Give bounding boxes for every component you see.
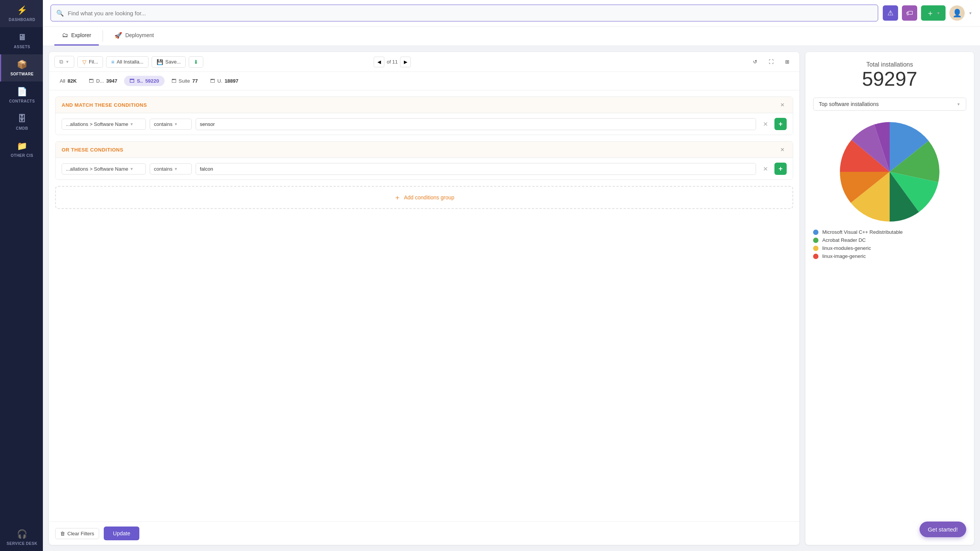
legend-dot-1 xyxy=(813,238,818,243)
and-condition-row-0: ...allations > Software Name ▼ contains … xyxy=(56,113,793,135)
layers-button[interactable]: ≡ All Installa... xyxy=(106,56,148,68)
or-value-input[interactable] xyxy=(196,163,756,175)
and-operator-chevron: ▼ xyxy=(174,122,178,126)
sidebar: ⚡ DASHBOARD 🖥 ASSETS 📦 SOFTWARE 📄 CONTRA… xyxy=(0,0,43,551)
tab-explorer[interactable]: 🗂 Explorer xyxy=(54,26,99,46)
dashboard-icon: ⚡ xyxy=(17,5,28,15)
tab-deployment[interactable]: 🚀 Deployment xyxy=(107,26,162,46)
or-field-select[interactable]: ...allations > Software Name ▼ xyxy=(62,163,146,174)
legend-dot-2 xyxy=(813,246,818,251)
and-add-button[interactable]: + xyxy=(774,118,787,130)
or-group-header: OR THESE CONDITIONS ✕ xyxy=(56,142,793,158)
sidebar-label-dashboard: DASHBOARD xyxy=(9,18,36,22)
legend-label-0: Microsoft Visual C++ Redistributable xyxy=(822,229,903,235)
legend-item-0: Microsoft Visual C++ Redistributable xyxy=(813,229,966,235)
right-panel: Total installations 59297 Top software i… xyxy=(805,52,974,545)
bottom-actions: 🗑 Clear Filters Update xyxy=(49,522,799,545)
sidebar-item-assets[interactable]: 🖥 ASSETS xyxy=(0,27,43,54)
sidebar-item-service-desk[interactable]: 🎧 SERVICE DESK xyxy=(0,524,43,551)
legend-item-3: linux-image-generic xyxy=(813,253,966,259)
sidebar-label-software: SOFTWARE xyxy=(10,72,34,76)
refresh-button[interactable]: ↺ xyxy=(748,57,762,67)
filter-icon: ▽ xyxy=(82,59,87,65)
avatar[interactable]: 👤 xyxy=(949,5,965,21)
sidebar-label-contracts: CONTRACTS xyxy=(9,99,35,103)
filter-tab-u[interactable]: 🗔 U. 18897 xyxy=(205,76,244,86)
next-page-button[interactable]: ▶ xyxy=(400,57,411,67)
search-container[interactable]: 🔍 xyxy=(51,5,878,21)
chart-dropdown[interactable]: Top software installations ▼ xyxy=(813,98,966,111)
clear-label: Clear Filters xyxy=(67,531,94,536)
or-add-button[interactable]: + xyxy=(774,163,787,175)
or-operator-select[interactable]: contains ▼ xyxy=(150,163,192,174)
download-button[interactable]: ⬇ xyxy=(189,56,203,68)
search-input[interactable] xyxy=(68,10,872,16)
save-button[interactable]: 💾 Save... xyxy=(152,56,186,68)
sidebar-item-contracts[interactable]: 📄 CONTRACTS xyxy=(0,82,43,109)
tab-deployment-label: Deployment xyxy=(125,32,154,38)
add-button[interactable]: ＋ ▼ xyxy=(921,5,946,21)
add-conditions-group-button[interactable]: ＋ Add conditions group xyxy=(55,186,793,209)
tag-button[interactable]: 🏷 xyxy=(902,5,917,21)
left-panel: ⧉ ▼ ▽ Fil... ≡ All Installa... 💾 Save...… xyxy=(49,52,799,545)
software-icon: 📦 xyxy=(17,60,28,70)
alert-button[interactable]: ⚠ xyxy=(883,5,898,21)
filter-tab-s[interactable]: 🗔 S.. 59220 xyxy=(124,76,164,86)
add-group-icon: ＋ xyxy=(394,193,401,202)
download-icon: ⬇ xyxy=(194,59,198,65)
chart-dropdown-chevron: ▼ xyxy=(957,102,960,106)
and-operator-select[interactable]: contains ▼ xyxy=(150,119,192,130)
sidebar-item-other-cis[interactable]: 📁 OTHER CIs xyxy=(0,136,43,163)
and-group-header: AND MATCH THESE CONDITIONS ✕ xyxy=(56,97,793,113)
filter-tab-suite[interactable]: 🗔 Suite 77 xyxy=(166,76,203,86)
filter-tab-u-count: 18897 xyxy=(225,78,238,84)
conditions-area: AND MATCH THESE CONDITIONS ✕ ...allation… xyxy=(49,90,799,522)
or-remove-button[interactable]: ✕ xyxy=(760,163,771,174)
and-condition-group: AND MATCH THESE CONDITIONS ✕ ...allation… xyxy=(55,96,793,135)
and-value-input[interactable] xyxy=(196,118,756,130)
filter-tab-all-count: 82K xyxy=(67,78,77,84)
or-field-chevron: ▼ xyxy=(130,167,134,171)
legend-dot-3 xyxy=(813,254,818,259)
plus-icon: ＋ xyxy=(926,8,934,18)
update-button[interactable]: Update xyxy=(104,527,139,540)
sidebar-item-dashboard[interactable]: ⚡ DASHBOARD xyxy=(0,0,43,27)
tab-explorer-label: Explorer xyxy=(71,32,91,38)
clear-filters-button[interactable]: 🗑 Clear Filters xyxy=(55,528,99,539)
filter-tab-d-icon: 🗔 xyxy=(89,78,94,84)
copy-button[interactable]: ⧉ ▼ xyxy=(54,56,74,68)
and-group-close-button[interactable]: ✕ xyxy=(778,101,787,109)
legend-label-3: linux-image-generic xyxy=(822,253,866,259)
filter-tab-s-count: 59220 xyxy=(145,78,159,84)
or-group-close-button[interactable]: ✕ xyxy=(778,145,787,154)
or-operator-chevron: ▼ xyxy=(174,167,178,171)
deployment-tab-icon: 🚀 xyxy=(114,32,122,39)
sidebar-item-software[interactable]: 📦 SOFTWARE xyxy=(0,54,43,82)
and-remove-button[interactable]: ✕ xyxy=(760,119,771,129)
filter-tab-all[interactable]: All 82K xyxy=(54,76,82,86)
filter-tab-all-label: All xyxy=(60,78,65,84)
filter-button[interactable]: ▽ Fil... xyxy=(77,56,103,68)
fullscreen-button[interactable]: ⛶ xyxy=(764,57,778,67)
chart-area: Microsoft Visual C++ Redistributable Acr… xyxy=(805,114,974,533)
or-operator-label: contains xyxy=(154,166,172,172)
legend-item-2: linux-modules-generic xyxy=(813,245,966,251)
prev-page-button[interactable]: ◀ xyxy=(374,57,384,67)
get-started-button[interactable]: Get started! xyxy=(920,522,966,537)
filter-tab-s-label: S.. xyxy=(137,78,143,84)
grid-button[interactable]: ⊞ xyxy=(781,57,794,67)
filter-tabs-bar: All 82K 🗔 D... 3947 🗔 S.. 59220 🗔 Suite … xyxy=(49,72,799,90)
avatar-dropdown-icon[interactable]: ▼ xyxy=(969,11,972,15)
pagination: ◀ of 11 ▶ xyxy=(374,57,411,67)
and-field-select[interactable]: ...allations > Software Name ▼ xyxy=(62,119,146,130)
stats-header: Total installations 59297 xyxy=(805,52,974,94)
tab-divider xyxy=(103,30,103,42)
legend-label-2: linux-modules-generic xyxy=(822,245,871,251)
legend-dot-0 xyxy=(813,230,818,235)
cmdb-icon: 🗄 xyxy=(18,114,26,124)
or-group-title: OR THESE CONDITIONS xyxy=(62,147,123,153)
sidebar-item-cmdb[interactable]: 🗄 CMDB xyxy=(0,109,43,136)
filter-tab-d[interactable]: 🗔 D... 3947 xyxy=(83,76,122,86)
explorer-tab-icon: 🗂 xyxy=(62,32,68,39)
update-label: Update xyxy=(113,530,130,536)
